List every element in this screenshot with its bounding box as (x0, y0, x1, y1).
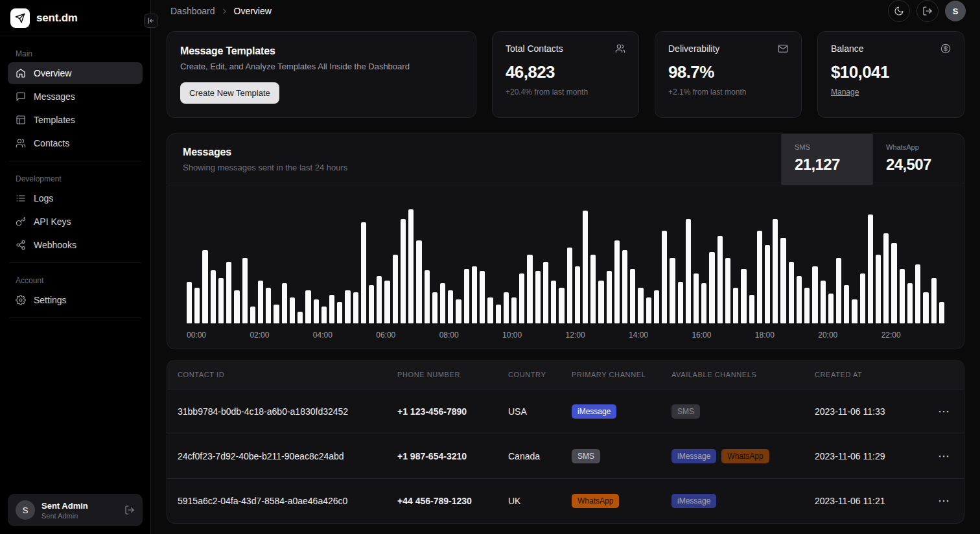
sidebar-item-api-keys[interactable]: API Keys (8, 211, 143, 233)
chart-bar (718, 236, 723, 323)
chart-bar (369, 285, 374, 323)
theme-toggle-button[interactable] (888, 0, 910, 22)
cell-phone-number: +1 123-456-7890 (397, 406, 508, 417)
axis-tick-label: 20:00 (818, 331, 881, 340)
row-actions-button[interactable]: ⋯ (934, 403, 953, 420)
cell-available-channels: SMS (671, 404, 815, 419)
logout-icon[interactable] (124, 505, 135, 515)
sidebar: sent.dm MainOverviewMessagesTemplatesCon… (0, 0, 151, 534)
tab-whatsapp[interactable]: WhatsApp 24,507 (872, 134, 964, 185)
breadcrumb-dashboard[interactable]: Dashboard (170, 6, 215, 16)
user-card[interactable]: S Sent Admin Sent Admin (8, 494, 143, 526)
sidebar-item-settings[interactable]: Settings (8, 289, 143, 311)
chart-bar (852, 299, 857, 323)
sidebar-item-templates[interactable]: Templates (8, 109, 143, 131)
chart-bar (218, 278, 224, 323)
table-header-row: CONTACT IDPHONE NUMBERCOUNTRYPRIMARY CHA… (167, 360, 964, 389)
gear-icon (16, 295, 26, 305)
chart-bar (408, 209, 414, 323)
sidebar-item-overview[interactable]: Overview (8, 62, 143, 84)
chart-bar (290, 297, 295, 323)
row-actions-button[interactable]: ⋯ (934, 493, 953, 509)
chart-bar (662, 231, 667, 323)
sidebar-item-contacts[interactable]: Contacts (8, 132, 143, 154)
chart-bar (425, 270, 430, 323)
chart-bar (654, 290, 659, 323)
sidebar-item-label: Webhooks (34, 240, 76, 250)
chart-bar (749, 295, 754, 323)
sidebar-item-label: API Keys (34, 216, 71, 227)
message-templates-card: Message Templates Create, Edit, and Anal… (167, 31, 476, 118)
sidebar-header: sent.dm (0, 0, 150, 36)
cell-available-channels: iMessage (671, 494, 815, 508)
channel-badge-sms: SMS (572, 449, 600, 463)
chart-bar (939, 302, 944, 323)
cell-contact-id: 24cf0f23-7d92-40be-b211-90eac8c24abd (178, 451, 397, 461)
row-actions-button[interactable]: ⋯ (934, 448, 953, 465)
chart-bar (789, 262, 794, 323)
sidebar-divider (9, 161, 141, 161)
axis-tick-label: 12:00 (566, 331, 629, 340)
chart-bar (266, 288, 271, 323)
logout-button[interactable] (916, 0, 939, 22)
chart-bar (511, 297, 517, 323)
sidebar-collapse-icon (146, 16, 156, 26)
stat-value: 46,823 (506, 62, 625, 82)
breadcrumb-overview: Overview (234, 6, 272, 16)
chart-bar (686, 219, 691, 323)
chart-bar (678, 282, 683, 323)
chart-bar (907, 283, 913, 323)
chart-bar (519, 273, 524, 323)
chart-bar (844, 285, 849, 323)
tab-sms[interactable]: SMS 21,127 (781, 134, 872, 185)
channel-tabs: SMS 21,127 WhatsApp 24,507 (781, 134, 964, 185)
user-avatar[interactable]: S (945, 1, 966, 21)
chart-bar (575, 266, 580, 323)
topbar: Dashboard Overview S (151, 0, 980, 22)
chart-bar (504, 292, 509, 323)
user-avatar: S (16, 500, 35, 520)
cell-primary-channel: iMessage (572, 404, 671, 419)
chart-bar (701, 283, 706, 323)
sidebar-item-label: Settings (34, 295, 67, 305)
chart-bar (282, 283, 287, 323)
table-row: 5915a6c2-04fa-43d7-8584-a0ae46a426c0 +44… (167, 478, 964, 523)
app-logo (10, 8, 30, 28)
create-new-template-button[interactable]: Create New Template (180, 82, 279, 104)
chart-bar (345, 290, 350, 323)
sidebar-item-webhooks[interactable]: Webhooks (8, 234, 143, 256)
stat-subtext: +20.4% from last month (506, 87, 625, 97)
sidebar-item-label: Templates (34, 115, 75, 125)
axis-tick-label: 16:00 (692, 331, 754, 340)
user-name: Sent Admin (41, 501, 118, 511)
chart-bar (868, 215, 873, 323)
sidebar-collapse-button[interactable] (144, 14, 158, 28)
chart-bar (194, 288, 200, 323)
manage-link[interactable]: Manage (831, 87, 859, 97)
sidebar-item-label: Contacts (34, 138, 69, 148)
chart-bar (804, 288, 810, 323)
chart-bar (361, 222, 366, 323)
chart-bar (226, 262, 231, 323)
sidebar-nav: MainOverviewMessagesTemplatesContactsDev… (0, 36, 150, 486)
card-description: Create, Edit, and Analyze Templates All … (180, 62, 463, 71)
chart-bar (242, 258, 248, 323)
sidebar-item-label: Overview (34, 68, 71, 78)
chart-bar (828, 294, 834, 323)
axis-tick-label: 08:00 (439, 331, 502, 340)
channel-badge-imessage: iMessage (671, 494, 716, 508)
sidebar-item-label: Messages (34, 91, 75, 102)
sidebar-item-messages[interactable]: Messages (8, 86, 143, 108)
user-role: Sent Admin (41, 512, 118, 520)
sidebar-item-logs[interactable]: Logs (8, 187, 143, 209)
chart-bar (527, 255, 532, 323)
chart-bar (780, 238, 786, 323)
chart-bar (559, 288, 564, 323)
panel-subtitle: Showing messages sent in the last 24 hou… (183, 163, 765, 172)
chart-bar (464, 269, 469, 323)
sidebar-item-label: Logs (34, 193, 53, 203)
chart-bar (393, 255, 398, 323)
sidebar-divider (9, 318, 141, 318)
axis-tick-label: 02:00 (250, 331, 312, 340)
chart-bar (456, 299, 461, 323)
